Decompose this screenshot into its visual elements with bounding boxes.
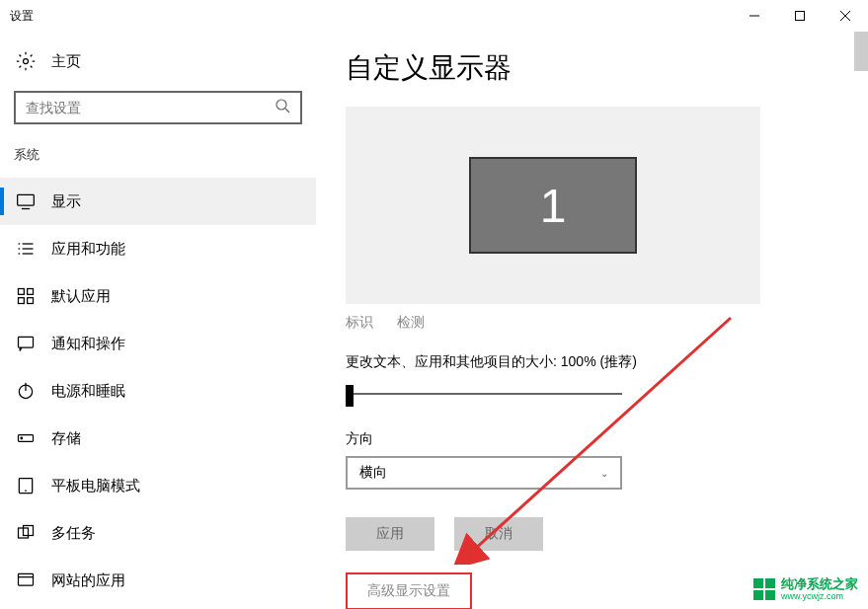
monitor-icon	[16, 191, 36, 211]
close-button[interactable]	[823, 0, 868, 32]
slider-track	[346, 393, 622, 395]
window-title: 设置	[10, 8, 34, 25]
svg-line-6	[285, 109, 289, 113]
sidebar-item-label: 网站的应用	[51, 571, 125, 590]
svg-point-5	[276, 100, 286, 110]
svg-rect-1	[796, 12, 805, 21]
chevron-down-icon: ⌄	[600, 468, 608, 479]
sidebar-item-storage[interactable]: 存储	[0, 415, 316, 462]
sidebar-item-website-apps[interactable]: 网站的应用	[0, 557, 316, 604]
tablet-icon	[16, 476, 36, 495]
maximize-button[interactable]	[777, 0, 823, 32]
orientation-dropdown[interactable]: 横向 ⌄	[346, 456, 622, 490]
sidebar-item-label: 应用和功能	[51, 240, 125, 259]
sidebar-item-power[interactable]: 电源和睡眠	[0, 367, 316, 415]
search-icon	[275, 98, 290, 117]
grid-icon	[16, 286, 36, 306]
svg-rect-28	[19, 573, 34, 585]
scale-label: 更改文本、应用和其他项目的大小: 100% (推荐)	[346, 353, 838, 371]
identify-link[interactable]: 标识	[346, 314, 373, 332]
drive-icon	[16, 428, 36, 448]
watermark-url: www.ycwjz.com	[781, 591, 858, 601]
svg-rect-16	[28, 289, 34, 295]
list-icon	[16, 239, 36, 259]
sidebar-item-label: 平板电脑模式	[51, 477, 140, 495]
sidebar-item-label: 存储	[51, 429, 81, 448]
sidebar-item-default-apps[interactable]: 默认应用	[0, 272, 316, 320]
display-preview[interactable]: 1	[346, 107, 760, 304]
sidebar-item-label: 显示	[51, 192, 81, 211]
monitor-thumbnail[interactable]: 1	[469, 157, 637, 254]
message-icon	[16, 334, 36, 353]
watermark-brand: 纯净系统之家	[781, 577, 858, 591]
svg-point-23	[21, 437, 23, 439]
gear-icon	[16, 51, 36, 71]
sidebar-item-label: 默认应用	[51, 287, 111, 306]
sidebar-item-apps[interactable]: 应用和功能	[0, 225, 316, 272]
dropdown-value: 横向	[359, 464, 387, 482]
svg-point-4	[24, 59, 29, 64]
window-controls	[732, 0, 868, 32]
main-panel: 自定义显示器 1 标识 检测 更改文本、应用和其他项目的大小: 100% (推荐…	[316, 32, 868, 609]
apply-button[interactable]: 应用	[346, 517, 434, 551]
search-box[interactable]	[14, 91, 302, 124]
svg-rect-19	[19, 337, 34, 347]
search-input[interactable]	[26, 100, 275, 115]
multitask-icon	[16, 523, 36, 543]
section-label: 系统	[0, 142, 316, 178]
scale-slider[interactable]	[346, 383, 622, 407]
sidebar: 主页 系统 显示 应用和功能 默认应用 通知和操作	[0, 32, 316, 609]
sidebar-item-tablet[interactable]: 平板电脑模式	[0, 462, 316, 509]
detect-link[interactable]: 检测	[397, 314, 425, 332]
sidebar-item-notifications[interactable]: 通知和操作	[0, 320, 316, 367]
sidebar-item-display[interactable]: 显示	[0, 178, 316, 225]
website-icon	[16, 571, 36, 590]
watermark-logo-icon	[753, 578, 775, 600]
slider-thumb[interactable]	[346, 385, 354, 407]
sidebar-item-label: 多任务	[51, 524, 96, 543]
svg-rect-7	[18, 194, 35, 205]
svg-rect-17	[19, 298, 25, 304]
watermark: 纯净系统之家 www.ycwjz.com	[753, 577, 858, 601]
home-link[interactable]: 主页	[0, 43, 316, 79]
svg-rect-18	[28, 298, 34, 304]
advanced-display-link[interactable]: 高级显示设置	[346, 572, 472, 609]
sidebar-item-label: 通知和操作	[51, 335, 125, 353]
power-icon	[16, 381, 36, 401]
home-label: 主页	[51, 52, 81, 71]
sidebar-item-label: 电源和睡眠	[51, 382, 125, 401]
cancel-button[interactable]: 取消	[454, 517, 543, 551]
page-title: 自定义显示器	[346, 49, 838, 87]
sidebar-item-multitask[interactable]: 多任务	[0, 509, 316, 557]
minimize-button[interactable]	[732, 0, 777, 32]
orientation-label: 方向	[346, 430, 838, 448]
svg-rect-15	[19, 289, 25, 295]
